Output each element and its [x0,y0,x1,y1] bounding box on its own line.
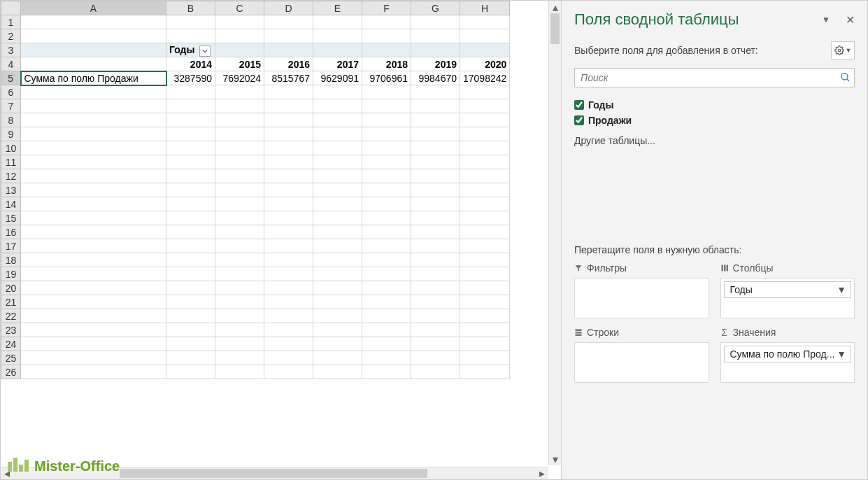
row-header[interactable]: 16 [1,225,21,239]
cell[interactable] [460,43,510,57]
cell[interactable] [215,155,264,169]
value-tag[interactable]: Сумма по полю Прод... ▼ [724,346,852,362]
cell[interactable] [460,197,510,211]
cell[interactable] [460,211,510,225]
cell[interactable] [215,141,264,155]
cell[interactable] [166,309,215,323]
cell[interactable] [166,267,215,281]
cell[interactable] [313,127,362,141]
cell[interactable] [21,267,166,281]
cell[interactable] [460,295,510,309]
cell[interactable] [411,43,460,57]
cell[interactable] [362,155,411,169]
column-header[interactable]: G [411,1,460,15]
cell[interactable] [460,309,510,323]
column-header[interactable]: F [362,1,411,15]
cell[interactable]: 2017 [313,57,362,71]
cell[interactable] [215,211,264,225]
cell[interactable] [460,29,510,43]
cell[interactable] [264,253,313,267]
cell[interactable] [411,141,460,155]
row-header[interactable]: 22 [1,309,21,323]
cell[interactable] [264,169,313,183]
scroll-down-arrow[interactable]: ▾ [549,453,561,465]
cell[interactable] [313,99,362,113]
cell[interactable] [411,351,460,365]
row-header[interactable]: 8 [1,113,21,127]
cell[interactable] [215,239,264,253]
cell[interactable]: 9706961 [362,71,411,85]
cell[interactable] [313,211,362,225]
cell[interactable] [21,141,166,155]
field-item-years[interactable]: Годы [574,97,855,113]
cell[interactable]: 2020 [460,57,510,71]
cell[interactable] [313,155,362,169]
column-header[interactable]: B [166,1,215,15]
cell[interactable]: 2015 [215,57,264,71]
horizontal-scroll-thumb[interactable] [120,469,427,478]
cell[interactable] [264,351,313,365]
spreadsheet-grid[interactable]: ABCDEFGH123Годы 420142015201620172018201… [1,1,510,379]
cell[interactable] [215,169,264,183]
vertical-scrollbar[interactable]: ▴ ▾ [548,1,561,465]
cell[interactable] [460,337,510,351]
cell[interactable] [313,183,362,197]
cell[interactable] [215,351,264,365]
cell[interactable] [411,323,460,337]
cell[interactable] [166,169,215,183]
cell[interactable] [460,15,510,29]
cell[interactable] [411,113,460,127]
cell[interactable] [166,113,215,127]
cell[interactable] [460,351,510,365]
row-header[interactable]: 3 [1,43,21,57]
cell[interactable] [21,169,166,183]
cell[interactable] [21,113,166,127]
cell[interactable] [215,225,264,239]
row-header[interactable]: 15 [1,211,21,225]
cell[interactable] [362,295,411,309]
cell[interactable] [21,351,166,365]
row-header[interactable]: 13 [1,183,21,197]
cell[interactable] [411,239,460,253]
row-header[interactable]: 26 [1,365,21,379]
row-header[interactable]: 19 [1,267,21,281]
cell[interactable] [313,239,362,253]
cell[interactable] [21,197,166,211]
row-header[interactable]: 10 [1,141,21,155]
cell[interactable] [21,29,166,43]
cell[interactable] [362,239,411,253]
cell[interactable] [166,15,215,29]
select-all-corner[interactable] [1,1,21,15]
field-checkbox[interactable] [574,100,584,110]
cell[interactable] [313,281,362,295]
cell[interactable] [166,29,215,43]
cell[interactable] [166,281,215,295]
cell[interactable] [362,225,411,239]
cell[interactable] [460,141,510,155]
cell[interactable] [411,267,460,281]
cell[interactable] [215,295,264,309]
cell[interactable] [362,337,411,351]
cell[interactable] [460,127,510,141]
cell[interactable] [362,253,411,267]
cell[interactable] [215,281,264,295]
cell[interactable] [460,169,510,183]
cell[interactable] [264,99,313,113]
row-header[interactable]: 23 [1,323,21,337]
cell[interactable] [362,309,411,323]
cell[interactable] [21,337,166,351]
cell[interactable] [264,197,313,211]
cell[interactable] [264,267,313,281]
values-well[interactable]: Сумма по полю Прод... ▼ [720,342,855,383]
column-field-dropdown[interactable] [199,45,211,57]
cell[interactable] [313,169,362,183]
cell[interactable] [166,225,215,239]
cell[interactable] [264,43,313,57]
search-input[interactable] [574,68,855,87]
cell[interactable] [215,99,264,113]
cell[interactable] [21,99,166,113]
cell[interactable] [313,43,362,57]
cell[interactable] [411,183,460,197]
cell[interactable] [21,43,166,57]
cell[interactable]: Сумма по полю Продажи [21,71,166,85]
